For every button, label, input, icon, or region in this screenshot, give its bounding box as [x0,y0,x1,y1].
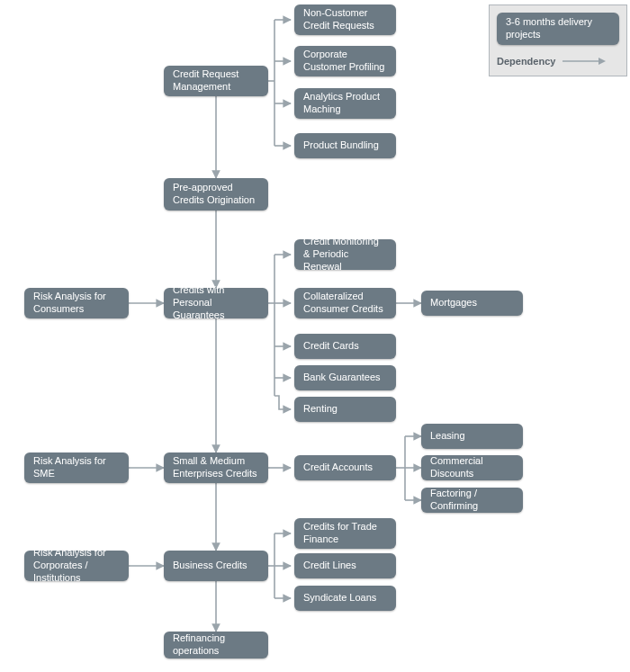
node-label: Commercial Discounts [430,455,514,480]
node-business-credits: Business Credits [164,551,268,581]
node-risk-analysis-corporates: Risk Analysis for Corporates / Instituti… [24,551,129,581]
node-credit-lines: Credit Lines [294,553,396,578]
diagram-canvas: 3-6 months delivery projects Dependency [0,0,630,672]
node-label: Corporate Customer Profiling [303,49,387,74]
node-label: Small & Medium Enterprises Credits [173,455,259,480]
node-product-bundling: Product Bundling [294,133,396,158]
node-label: Renting [303,403,338,416]
node-credit-request-management: Credit Request Management [164,66,268,96]
node-label: Risk Analysis for SME [33,455,120,480]
legend-dependency-row: Dependency [497,56,606,67]
node-commercial-discounts: Commercial Discounts [421,455,523,480]
node-label: Credit Request Management [173,68,259,94]
node-label: Credit Lines [303,560,356,572]
node-sme-credits: Small & Medium Enterprises Credits [164,452,268,483]
node-factoring-confirming: Factoring / Confirming [421,488,523,513]
node-label: Syndicate Loans [303,592,376,605]
legend-sample-node: 3-6 months delivery projects [497,13,619,45]
node-bank-guarantees: Bank Guarantees [294,365,396,390]
node-refinancing-operations: Refinancing operations [164,632,268,659]
node-credits-trade-finance: Credits for Trade Finance [294,518,396,549]
node-label: Collateralized Consumer Credits [303,291,387,316]
node-collateralized-consumer-credits: Collateralized Consumer Credits [294,288,396,318]
node-label: Mortgages [430,297,477,309]
node-risk-analysis-consumers: Risk Analysis for Consumers [24,288,129,318]
node-label: Pre-approved Credits Origination [173,182,259,207]
node-credit-monitoring: Credit Monitoring & Periodic Renewal [294,239,396,270]
legend-arrow-icon [562,56,606,67]
node-leasing: Leasing [421,424,523,449]
node-mortgages: Mortgages [421,291,523,316]
node-label: Credit Cards [303,340,359,353]
node-label: Credit Monitoring & Periodic Renewal [303,236,387,273]
node-label: Bank Guarantees [303,372,381,384]
node-label: Credits with Personal Guarantees [173,284,259,321]
legend-dependency-label: Dependency [497,56,555,67]
legend-sample-label: 3-6 months delivery projects [506,16,610,41]
node-label: Analytics Product Maching [303,91,387,116]
node-credit-cards: Credit Cards [294,334,396,359]
node-label: Non-Customer Credit Requests [303,7,387,32]
node-label: Leasing [430,430,465,443]
node-syndicate-loans: Syndicate Loans [294,586,396,611]
node-corporate-customer-profiling: Corporate Customer Profiling [294,46,396,76]
node-label: Product Bundling [303,139,379,152]
node-label: Factoring / Confirming [430,488,514,513]
node-non-customer-credit-requests: Non-Customer Credit Requests [294,4,396,35]
node-label: Business Credits [173,560,248,572]
node-label: Credits for Trade Finance [303,521,387,546]
node-risk-analysis-sme: Risk Analysis for SME [24,452,129,483]
legend-panel: 3-6 months delivery projects Dependency [489,4,627,76]
node-pre-approved-credits: Pre-approved Credits Origination [164,178,268,211]
node-label: Refinancing operations [173,632,259,658]
node-credit-accounts: Credit Accounts [294,455,396,480]
node-analytics-product-matching: Analytics Product Maching [294,88,396,119]
node-label: Risk Analysis for Corporates / Instituti… [33,547,120,584]
svg-marker-1 [598,58,606,65]
node-credits-personal-guarantees: Credits with Personal Guarantees [164,288,268,318]
node-renting: Renting [294,397,396,422]
node-label: Credit Accounts [303,461,373,474]
node-label: Risk Analysis for Consumers [33,291,120,316]
